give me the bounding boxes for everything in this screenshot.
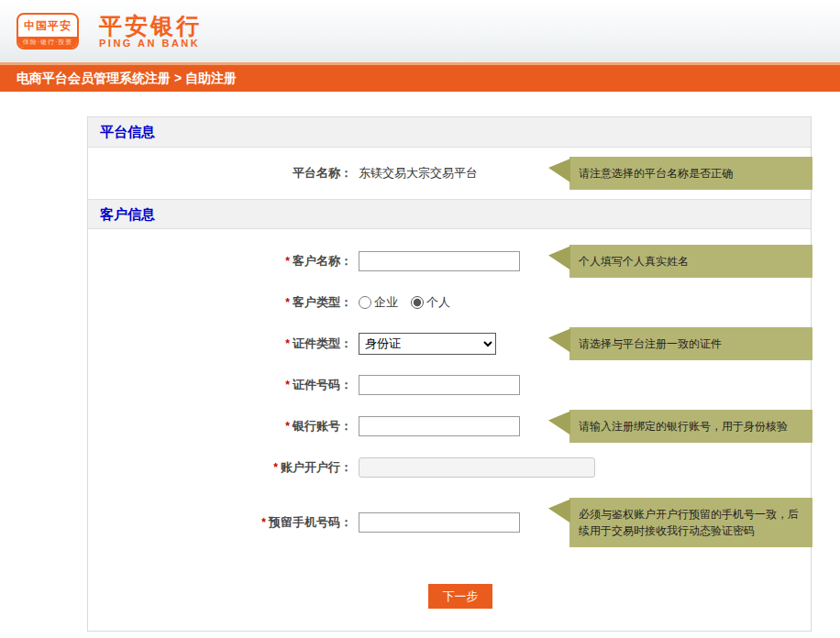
breadcrumb-text: 电商平台会员管理系统注册 > 自助注册 — [17, 71, 237, 85]
registration-panel: 平台信息 平台名称： 东镁交易大宗交易平台 请注意选择的平台名称是否正确 客户信… — [87, 116, 812, 632]
tooltip-arrow-icon — [548, 329, 570, 353]
tooltip-arrow-icon — [548, 412, 570, 435]
radio-individual[interactable]: 个人 — [411, 294, 450, 311]
cert-type-tooltip: 请选择与平台注册一致的证件 — [569, 327, 812, 360]
platform-name-tooltip: 请注意选择的平台名称是否正确 — [569, 157, 812, 190]
pingan-badge-icon: 中国平安 保险·银行·投资 — [17, 13, 79, 50]
section-header-customer: 客户信息 — [88, 199, 811, 229]
platform-name-label: 平台名称： — [88, 165, 352, 182]
cert-type-label: *证件类型： — [88, 336, 352, 352]
bank-account-label: *银行账号： — [88, 418, 352, 434]
platform-name-value: 东镁交易大宗交易平台 — [359, 165, 478, 182]
account-bank-label: *账户开户行： — [88, 459, 352, 476]
bank-name: 平安银行 PING AN BANK — [99, 14, 202, 50]
customer-name-input[interactable] — [359, 251, 520, 271]
bank-account-input[interactable] — [359, 416, 520, 436]
field-row-customer-name: *客户名称： 个人填写个人真实姓名 — [88, 240, 811, 281]
bank-name-cn: 平安银行 — [99, 14, 202, 38]
field-row-bank-account: *银行账号： 请输入注册绑定的银行账号，用于身份核验 — [88, 405, 811, 446]
required-asterisk: * — [285, 337, 290, 350]
radio-enterprise-input[interactable] — [359, 296, 371, 309]
required-asterisk: * — [261, 516, 266, 529]
badge-text: 中国平安 — [18, 15, 77, 37]
pingan-logo: 中国平安 保险·银行·投资 平安银行 PING AN BANK — [17, 13, 202, 50]
phone-label: *预留手机号码： — [88, 514, 352, 531]
field-row-phone: *预留手机号码： 必须与鉴权账户开户行预留的手机号一致，后续用于交易时接收我行动… — [88, 488, 811, 556]
required-asterisk: * — [285, 255, 290, 268]
field-row-account-bank: *账户开户行： — [88, 446, 811, 488]
tooltip-arrow-icon — [548, 247, 570, 270]
bank-name-en: PING AN BANK — [99, 38, 202, 50]
field-row-cert-number: *证件号码： — [88, 364, 811, 405]
account-bank-input — [359, 457, 595, 478]
main-content: 平台信息 平台名称： 东镁交易大宗交易平台 请注意选择的平台名称是否正确 客户信… — [0, 116, 840, 632]
tooltip-arrow-icon — [548, 159, 570, 182]
next-step-button[interactable]: 下一步 — [428, 584, 492, 609]
phone-tooltip: 必须与鉴权账户开户行预留的手机号一致，后续用于交易时接收我行动态验证密码 — [569, 498, 812, 547]
customer-form: *客户名称： 个人填写个人真实姓名 *客户类型： 企业 — [88, 229, 811, 609]
badge-subtext: 保险·银行·投资 — [18, 37, 77, 48]
field-row-cert-type: *证件类型： 身份证 请选择与平台注册一致的证件 — [88, 323, 811, 364]
required-asterisk: * — [285, 379, 290, 391]
cert-number-label: *证件号码： — [88, 377, 352, 393]
submit-row: 下一步 — [88, 584, 811, 609]
bank-account-tooltip: 请输入注册绑定的银行账号，用于身份核验 — [569, 410, 812, 443]
cert-type-select[interactable]: 身份证 — [359, 333, 496, 355]
customer-type-label: *客户类型： — [88, 294, 352, 311]
cert-number-input[interactable] — [359, 375, 520, 395]
section-header-platform: 平台信息 — [88, 117, 811, 148]
customer-section-title: 客户信息 — [100, 206, 155, 222]
site-header: 中国平安 保险·银行·投资 平安银行 PING AN BANK — [0, 0, 840, 62]
required-asterisk: * — [285, 296, 290, 309]
radio-individual-input[interactable] — [411, 296, 424, 309]
field-row-customer-type: *客户类型： 企业 个人 — [88, 281, 811, 323]
customer-name-tooltip: 个人填写个人真实姓名 — [569, 245, 812, 278]
required-asterisk: * — [273, 461, 278, 474]
customer-name-label: *客户名称： — [88, 253, 352, 270]
required-asterisk: * — [285, 420, 290, 433]
radio-enterprise[interactable]: 企业 — [359, 294, 398, 311]
platform-section-title: 平台信息 — [100, 124, 155, 139]
tooltip-arrow-icon — [548, 500, 570, 523]
breadcrumb: 电商平台会员管理系统注册 > 自助注册 — [0, 65, 840, 92]
platform-name-row: 平台名称： 东镁交易大宗交易平台 请注意选择的平台名称是否正确 — [88, 148, 811, 199]
phone-input[interactable] — [359, 512, 520, 533]
